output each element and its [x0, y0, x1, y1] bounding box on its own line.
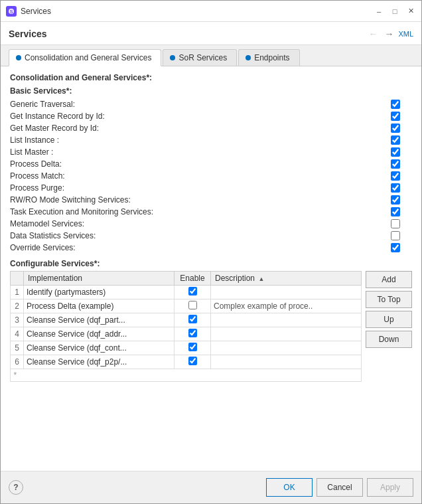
service-row-3: List Instance :	[10, 134, 412, 146]
tab-dot-sor	[170, 55, 175, 60]
maximize-button[interactable]: □	[389, 6, 400, 17]
scrollable-content[interactable]: Consolidation and General Services*: Bas…	[1, 66, 421, 471]
impl-cell-5: Cleanse Service (dqf_p2p/...	[24, 355, 175, 369]
down-button[interactable]: Down	[366, 331, 412, 348]
desc-cell-0	[211, 286, 362, 299]
col-header-enable[interactable]: Enable	[175, 272, 211, 286]
col-header-impl[interactable]: Implementation	[24, 272, 175, 286]
checkbox-8[interactable]	[391, 195, 400, 205]
service-row-11: Data Statistics Services:	[10, 230, 412, 242]
desc-cell-2	[211, 313, 362, 327]
tab-consolidation[interactable]: Consolidation and General Services	[9, 49, 161, 66]
forward-button[interactable]: →	[382, 27, 395, 41]
apply-button[interactable]: Apply	[367, 478, 413, 497]
enable-cell-2	[175, 313, 211, 327]
tab-endpoints-label: Endpoints	[254, 53, 289, 62]
tab-endpoints[interactable]: Endpoints	[238, 49, 299, 66]
checkbox-7[interactable]	[391, 183, 400, 193]
enable-check-3[interactable]	[188, 329, 197, 337]
checkbox-wrap-0	[379, 100, 412, 109]
checkbox-10[interactable]	[391, 219, 400, 228]
enable-check-5[interactable]	[188, 357, 197, 365]
enable-check-0[interactable]	[188, 287, 197, 295]
enable-cell-0	[175, 286, 211, 299]
service-row-12: Override Services:	[10, 242, 412, 254]
enable-cell-5	[175, 355, 211, 369]
enable-check-4[interactable]	[188, 343, 197, 351]
ok-button[interactable]: OK	[266, 478, 313, 497]
row-num-1: 2	[11, 299, 24, 313]
tab-dot-consolidation	[16, 55, 21, 60]
tab-dot-endpoints	[246, 55, 251, 60]
table-row[interactable]: 1 Identify (partymasters)	[11, 286, 362, 299]
xml-label[interactable]: XML	[398, 30, 413, 38]
add-row[interactable]: *	[11, 369, 362, 382]
service-row-0: Generic Traversal:	[10, 98, 412, 110]
back-button[interactable]: ←	[366, 27, 380, 41]
desc-cell-1: Complex example of proce..	[211, 299, 362, 313]
help-button[interactable]: ?	[9, 480, 23, 495]
table-row[interactable]: 3 Cleanse Service (dqf_part...	[11, 313, 362, 327]
window-header: Services ← → XML	[1, 22, 421, 45]
tab-sor[interactable]: SoR Services	[163, 49, 237, 66]
checkbox-1[interactable]	[391, 112, 400, 121]
row-num-5: 6	[11, 355, 24, 369]
desc-cell-5	[211, 355, 362, 369]
checkbox-6[interactable]	[391, 171, 400, 181]
services-list: Generic Traversal: Get Instance Record b…	[10, 98, 412, 254]
enable-cell-1	[175, 299, 211, 313]
service-label-3: List Instance :	[10, 135, 59, 145]
bottom-bar: ? OK Cancel Apply	[1, 471, 421, 503]
checkbox-12[interactable]	[391, 243, 400, 252]
row-num-4: 5	[11, 341, 24, 355]
up-button[interactable]: Up	[366, 311, 412, 328]
impl-cell-0: Identify (partymasters)	[24, 286, 175, 299]
checkbox-5[interactable]	[391, 159, 400, 169]
tab-consolidation-label: Consolidation and General Services	[25, 53, 151, 62]
service-label-9: Task Execution and Monitoring Services:	[10, 207, 153, 216]
table-row[interactable]: 2 Process Delta (example) Complex exampl…	[11, 299, 362, 313]
services-window: S Services – □ ✕ Services ← → XML Consol…	[0, 0, 422, 504]
checkbox-wrap-10	[379, 219, 412, 228]
title-bar: S Services – □ ✕	[1, 1, 421, 22]
col-header-row[interactable]	[11, 272, 24, 286]
minimize-button[interactable]: –	[374, 6, 384, 17]
service-label-4: List Master :	[10, 147, 53, 157]
checkbox-0[interactable]	[391, 100, 400, 109]
to-top-button[interactable]: To Top	[366, 291, 412, 308]
checkbox-wrap-4	[379, 147, 412, 157]
service-label-6: Process Match:	[10, 171, 65, 181]
cancel-button[interactable]: Cancel	[316, 478, 363, 497]
tab-sor-label: SoR Services	[178, 53, 227, 62]
checkbox-wrap-12	[379, 243, 412, 252]
service-label-8: RW/RO Mode Switching Services:	[10, 195, 131, 205]
service-row-9: Task Execution and Monitoring Services:	[10, 206, 412, 218]
checkbox-4[interactable]	[391, 147, 400, 157]
header-actions: ← → XML	[366, 27, 413, 41]
configurable-section: Configurable Services*: Implementation	[10, 259, 412, 382]
table-row[interactable]: 5 Cleanse Service (dqf_cont...	[11, 341, 362, 355]
service-row-2: Get Master Record by Id:	[10, 122, 412, 134]
checkbox-9[interactable]	[391, 207, 400, 216]
service-row-8: RW/RO Mode Switching Services:	[10, 194, 412, 206]
tab-panel: Consolidation and General Services*: Bas…	[1, 66, 421, 471]
checkbox-wrap-1	[379, 112, 412, 121]
window-title: Services	[9, 29, 47, 39]
add-button[interactable]: Add	[366, 271, 412, 288]
app-icon: S	[6, 6, 17, 17]
table-buttons: Add To Top Up Down	[366, 271, 412, 348]
row-num-3: 4	[11, 327, 24, 341]
checkbox-11[interactable]	[391, 231, 400, 240]
checkbox-2[interactable]	[391, 124, 400, 133]
enable-cell-4	[175, 341, 211, 355]
table-container: Implementation Enable Description ▲	[10, 271, 412, 382]
table-row[interactable]: 6 Cleanse Service (dqf_p2p/...	[11, 355, 362, 369]
service-label-5: Process Delta:	[10, 159, 62, 169]
table-row[interactable]: 4 Cleanse Service (dqf_addr...	[11, 327, 362, 341]
enable-check-1[interactable]	[188, 301, 197, 309]
checkbox-3[interactable]	[391, 135, 400, 145]
close-button[interactable]: ✕	[405, 6, 416, 17]
col-header-desc[interactable]: Description ▲	[211, 272, 362, 286]
service-row-5: Process Delta:	[10, 158, 412, 170]
enable-check-2[interactable]	[188, 315, 197, 323]
